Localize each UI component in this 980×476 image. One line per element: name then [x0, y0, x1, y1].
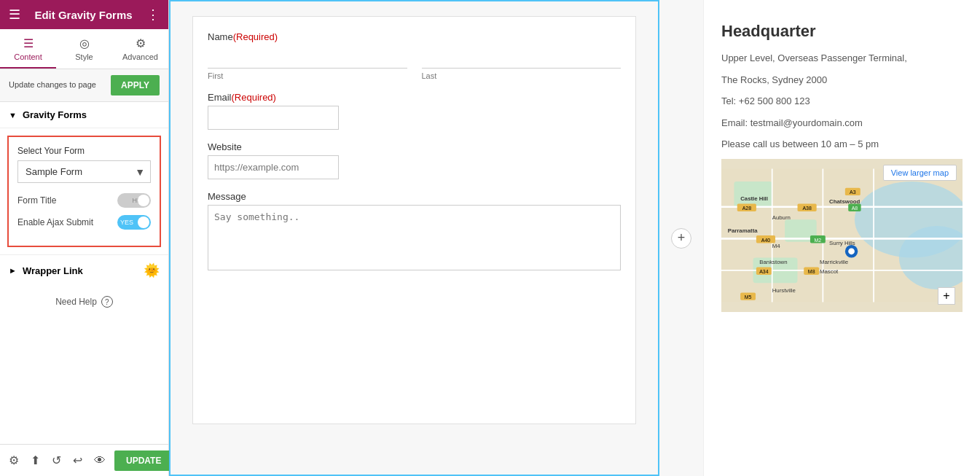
- tab-style[interactable]: ◎ Style: [56, 29, 112, 69]
- enable-ajax-label: Enable Ajax Submit: [17, 217, 93, 227]
- update-text: Update changes to page: [9, 79, 96, 90]
- last-label: Last: [422, 71, 622, 80]
- hq-address2: The Rocks, Sydney 2000: [721, 73, 963, 87]
- message-textarea[interactable]: [208, 205, 621, 270]
- form-section: Name(Required) First Last Email(Required…: [192, 16, 636, 424]
- hq-tel: Tel: +62 500 800 123: [721, 94, 963, 109]
- email-input[interactable]: [208, 106, 339, 130]
- email-label: Email(Required): [208, 92, 621, 103]
- tab-advanced-label: Advanced: [122, 52, 158, 61]
- website-input[interactable]: [208, 155, 339, 179]
- update-row: Update changes to page APPLY: [0, 69, 168, 102]
- email-field-group: Email(Required): [208, 92, 621, 130]
- website-field-group: Website: [208, 141, 621, 179]
- wrapper-arrow-icon: ►: [9, 266, 17, 275]
- form-area: Name(Required) First Last Email(Required…: [169, 0, 659, 476]
- svg-text:M4: M4: [772, 243, 781, 249]
- message-field-group: Message: [208, 191, 621, 273]
- section-arrow-icon: ▼: [9, 111, 17, 120]
- hq-hours: Please call us between 10 am – 5 pm: [721, 137, 963, 152]
- help-circle-icon: ?: [101, 296, 113, 308]
- history-icon[interactable]: ↺: [49, 450, 64, 470]
- tab-style-label: Style: [75, 52, 93, 61]
- gravity-forms-panel: Select Your Form Sample Form ▼ Form Titl…: [7, 136, 161, 247]
- wrapper-link-left: ► Wrapper Link: [9, 265, 83, 276]
- grid-icon[interactable]: ⋮: [146, 7, 160, 23]
- map-view-larger-link[interactable]: View larger map: [883, 165, 957, 181]
- tab-content[interactable]: ☰ Content: [0, 29, 56, 69]
- toggle-circle: [138, 195, 149, 206]
- sidebar: ☰ Edit Gravity Forms ⋮ ☰ Content ◎ Style…: [0, 0, 169, 476]
- svg-text:Marrickville: Marrickville: [820, 259, 848, 265]
- hq-address1: Upper Level, Overseas Passenger Terminal…: [721, 51, 963, 66]
- style-icon: ◎: [79, 36, 90, 50]
- svg-text:Castle Hill: Castle Hill: [740, 195, 768, 202]
- add-section-button[interactable]: +: [671, 228, 691, 249]
- first-name-input[interactable]: [208, 45, 407, 69]
- map-zoom-in-button[interactable]: +: [938, 287, 955, 305]
- svg-text:A3: A3: [850, 190, 856, 195]
- enable-ajax-toggle-text: YES: [120, 219, 133, 226]
- svg-text:Auburn: Auburn: [772, 214, 791, 221]
- svg-text:Parramatta: Parramatta: [728, 227, 758, 233]
- map-svg: A28 A38 A8 A40 M2 A34 M8 M5 A3 Castle Hi…: [721, 159, 963, 312]
- gravity-forms-label: Gravity Forms: [23, 109, 87, 120]
- map-container: View larger map: [721, 159, 963, 312]
- undo-icon[interactable]: ↩: [70, 450, 85, 470]
- hamburger-icon[interactable]: ☰: [9, 7, 20, 23]
- svg-text:M8: M8: [808, 269, 815, 274]
- gravity-forms-section-header[interactable]: ▼ Gravity Forms: [0, 102, 168, 128]
- right-panel: Headquarter Upper Level, Overseas Passen…: [703, 0, 980, 476]
- need-help-label: Need Help: [55, 297, 97, 307]
- wrapper-link-label: Wrapper Link: [23, 265, 83, 276]
- form-select[interactable]: Sample Form: [17, 160, 151, 183]
- first-label: First: [208, 71, 407, 80]
- svg-text:A8: A8: [852, 206, 858, 211]
- name-field-group: Name(Required) First Last: [208, 31, 621, 80]
- enable-ajax-toggle[interactable]: YES: [117, 215, 151, 230]
- layers-icon[interactable]: ⬆: [28, 450, 43, 470]
- svg-text:A38: A38: [802, 206, 812, 211]
- apply-button[interactable]: APPLY: [111, 75, 160, 95]
- middle-column: +: [659, 0, 703, 476]
- form-title-toggle[interactable]: HIDE: [117, 193, 151, 208]
- first-name-field: First: [208, 45, 407, 80]
- form-select-wrapper: Sample Form ▼: [17, 160, 151, 183]
- main-content: Name(Required) First Last Email(Required…: [169, 0, 980, 476]
- eye-icon[interactable]: 👁: [91, 451, 109, 470]
- website-label: Website: [208, 141, 621, 152]
- sidebar-header: ☰ Edit Gravity Forms ⋮: [0, 0, 168, 29]
- svg-rect-3: [734, 181, 772, 206]
- tab-advanced[interactable]: ⚙ Advanced: [112, 29, 168, 69]
- update-button[interactable]: UPDATE: [114, 450, 173, 471]
- last-name-field: Last: [422, 45, 622, 80]
- svg-point-41: [848, 248, 855, 254]
- sidebar-bottom: ⚙ ⬆ ↺ ↩ 👁 UPDATE ▼: [0, 444, 168, 476]
- enable-ajax-row: Enable Ajax Submit YES: [17, 215, 151, 230]
- wrapper-link-row[interactable]: ► Wrapper Link 🌞: [0, 254, 168, 286]
- ajax-toggle-circle: [138, 216, 149, 228]
- svg-text:Bankstown: Bankstown: [759, 259, 787, 265]
- name-sub-fields: First Last: [208, 45, 621, 80]
- content-icon: ☰: [23, 36, 34, 50]
- last-name-input[interactable]: [422, 45, 622, 69]
- sidebar-title: Edit Gravity Forms: [34, 9, 132, 21]
- advanced-icon: ⚙: [136, 36, 146, 50]
- svg-text:A40: A40: [761, 237, 771, 242]
- svg-text:M2: M2: [815, 237, 822, 242]
- svg-text:A28: A28: [742, 206, 752, 211]
- svg-text:M5: M5: [745, 294, 752, 300]
- svg-text:Mascot: Mascot: [820, 268, 839, 275]
- hq-email: Email: testmail@yourdomain.com: [721, 116, 963, 130]
- select-form-label: Select Your Form: [17, 146, 151, 156]
- message-label: Message: [208, 191, 621, 202]
- wrapper-link-icon: 🌞: [144, 262, 160, 278]
- svg-text:Hurstville: Hurstville: [772, 287, 796, 294]
- name-label: Name(Required): [208, 31, 621, 42]
- settings-icon[interactable]: ⚙: [6, 450, 22, 470]
- form-title-label: Form Title: [17, 195, 56, 206]
- form-title-row: Form Title HIDE: [17, 193, 151, 208]
- need-help-row[interactable]: Need Help ?: [0, 286, 168, 318]
- sidebar-tabs: ☰ Content ◎ Style ⚙ Advanced: [0, 29, 168, 69]
- tab-content-label: Content: [14, 52, 42, 61]
